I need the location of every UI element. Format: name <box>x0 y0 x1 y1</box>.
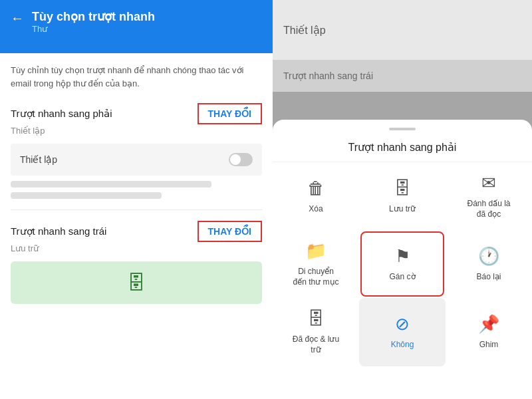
description-text: Tùy chỉnh tùy chọn trượt nhanh để nhanh … <box>11 64 262 90</box>
option-bao-lai[interactable]: 🕐 Báo lại <box>446 230 532 298</box>
option-da-doc-label: Đã đọc & lưutrữ <box>293 334 339 355</box>
option-luu-tru-label: Lưu trữ <box>389 204 416 215</box>
divider <box>11 209 262 210</box>
archive-preview: 🗄 <box>11 261 262 304</box>
option-da-doc[interactable]: 🗄 Đã đọc & lưutrữ <box>273 298 359 366</box>
flag-icon: ⚑ <box>395 246 410 267</box>
option-luu-tru[interactable]: 🗄 Lưu trữ <box>359 162 446 230</box>
page-subtitle: Thư <box>32 24 155 34</box>
preview-label: Thiết lập <box>20 154 57 165</box>
swipe-right-row: Trượt nhanh sang phải THAY ĐỔI <box>11 103 262 124</box>
option-xoa[interactable]: 🗑 Xóa <box>273 162 359 230</box>
none-icon: ⊘ <box>395 314 410 334</box>
pin-icon: 📌 <box>478 314 499 334</box>
option-di-chuyen[interactable]: 📁 Di chuyểnđến thư mục <box>273 230 359 298</box>
option-bao-lai-label: Báo lại <box>476 272 501 283</box>
swipe-left-title: Trượt nhanh sang trái <box>11 225 106 237</box>
option-gan-co[interactable]: ⚑ Gán cờ <box>360 231 444 297</box>
folder-icon: 📁 <box>305 241 327 261</box>
bottom-sheet: Trượt nhanh sang phải 🗑 Xóa 🗄 Lưu trữ ✉ … <box>273 120 532 399</box>
swipe-right-preview: Thiết lập <box>11 144 262 176</box>
option-di-chuyen-label: Di chuyểnđến thư mục <box>293 267 338 287</box>
placeholder-line-1 <box>11 181 211 188</box>
option-khong-label: Không <box>391 340 414 350</box>
trash-icon: 🗑 <box>307 178 325 199</box>
swipe-left-row: Trượt nhanh sang trái THAY ĐỔI <box>11 221 262 242</box>
swipe-right-title: Trượt nhanh sang phải <box>11 108 112 120</box>
swipe-right-subtitle: Thiết lập <box>11 126 262 136</box>
archive-icon: 🗄 <box>394 178 411 199</box>
options-row-2: 📁 Di chuyểnđến thư mục ⚑ Gán cờ 🕐 Báo lạ… <box>273 230 532 298</box>
swipe-right-change-button[interactable]: THAY ĐỔI <box>198 103 262 124</box>
option-ghim[interactable]: 📌 Ghim <box>446 298 532 366</box>
swipe-left-change-button[interactable]: THAY ĐỔI <box>198 221 262 242</box>
right-bg-top: Thiết lập <box>273 0 532 60</box>
right-panel: Thiết lập Trượt nhanh sang trái Trượt nh… <box>273 0 532 399</box>
option-ghim-label: Ghim <box>479 340 499 350</box>
option-gan-co-label: Gán cờ <box>389 272 415 283</box>
archive-icon-large: 🗄 <box>127 272 146 294</box>
option-danh-dau-label: Đánh dấu làđã đọc <box>467 199 510 219</box>
back-button[interactable]: ← <box>11 11 24 26</box>
clock-icon: 🕐 <box>478 246 499 267</box>
page-title: Tùy chọn trượt nhanh <box>32 9 155 24</box>
sheet-title: Trượt nhanh sang phải <box>273 130 532 162</box>
read-archive-icon: 🗄 <box>307 309 325 329</box>
right-mid-label: Trượt nhanh sang trái <box>283 70 373 81</box>
option-xoa-label: Xóa <box>309 204 323 215</box>
option-khong[interactable]: ⊘ Không <box>359 298 446 366</box>
header-text: Tùy chọn trượt nhanh Thư <box>32 9 155 34</box>
right-bg-mid: Trượt nhanh sang trái <box>273 60 532 92</box>
swipe-left-subtitle: Lưu trữ <box>11 243 262 253</box>
left-panel: ← Tùy chọn trượt nhanh Thư Tùy chỉnh tùy… <box>0 0 273 399</box>
right-top-label: Thiết lập <box>283 24 326 37</box>
option-danh-dau[interactable]: ✉ Đánh dấu làđã đọc <box>446 162 532 230</box>
mail-icon: ✉ <box>481 173 496 194</box>
options-row-1: 🗑 Xóa 🗄 Lưu trữ ✉ Đánh dấu làđã đọc <box>273 162 532 230</box>
left-content: Tùy chỉnh tùy chọn trượt nhanh để nhanh … <box>0 53 273 399</box>
toggle <box>229 153 253 166</box>
options-row-3: 🗄 Đã đọc & lưutrữ ⊘ Không 📌 Ghim <box>273 298 532 366</box>
header: ← Tùy chọn trượt nhanh Thư <box>0 0 273 53</box>
placeholder-lines-right <box>11 181 262 199</box>
placeholder-line-2 <box>11 192 162 199</box>
